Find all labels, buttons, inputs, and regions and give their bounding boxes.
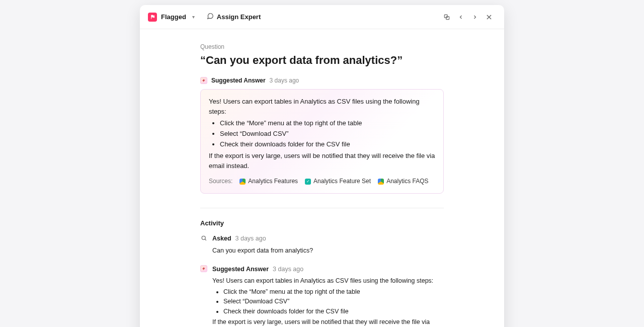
status-label: Flagged bbox=[161, 13, 186, 21]
check-icon: ✓ bbox=[305, 179, 311, 185]
bolt-icon bbox=[200, 265, 207, 272]
activity-title: Activity bbox=[200, 219, 444, 227]
answer-outro: If the export is very large, users will … bbox=[209, 151, 435, 172]
question-eyebrow: Question bbox=[200, 43, 444, 50]
activity-item-asked: Asked 3 days ago Can you export data fro… bbox=[200, 234, 444, 256]
suggested-answer-timestamp: 3 days ago bbox=[270, 77, 299, 84]
assign-expert-label: Assign Expert bbox=[217, 13, 261, 21]
suggested-answer-label: Suggested Answer bbox=[211, 77, 266, 84]
suggested-answer-header: Suggested Answer 3 days ago bbox=[200, 77, 444, 84]
activity-timestamp: 3 days ago bbox=[235, 234, 266, 243]
detail-panel: Flagged ▾ Assign Expert Question “Can yo… bbox=[140, 5, 504, 327]
search-icon bbox=[200, 234, 207, 241]
activity-item-suggested: Suggested Answer 3 days ago Yes! Users c… bbox=[200, 265, 444, 327]
source-link[interactable]: Analytics FAQS bbox=[378, 177, 428, 186]
answer-step: Select “Download CSV” bbox=[220, 129, 435, 139]
assign-expert-button[interactable]: Assign Expert bbox=[207, 13, 261, 22]
expand-button[interactable] bbox=[440, 10, 454, 24]
question-headline: “Can you export data from analytics?” bbox=[200, 53, 444, 68]
bolt-icon bbox=[200, 77, 207, 84]
activity-answer-intro: Yes! Users can export tables in Analytic… bbox=[212, 276, 444, 286]
drive-icon bbox=[378, 179, 384, 185]
prev-button[interactable] bbox=[454, 10, 468, 24]
activity-answer-outro: If the export is very large, users will … bbox=[212, 317, 444, 327]
source-name: Analytics FAQS bbox=[386, 177, 428, 186]
answer-step: Check their downloads folder for the CSV… bbox=[220, 139, 435, 150]
close-button[interactable] bbox=[482, 10, 496, 24]
source-link[interactable]: ✓ Analytics Feature Set bbox=[305, 177, 371, 186]
drive-icon bbox=[239, 179, 246, 185]
chevron-down-icon: ▾ bbox=[192, 14, 195, 20]
answer-step: Click the “More” menu at the top right o… bbox=[220, 118, 435, 129]
activity-text: Can you export data from analytics? bbox=[212, 246, 313, 256]
content-area: Question “Can you export data from analy… bbox=[140, 29, 504, 327]
section-divider bbox=[200, 208, 444, 208]
chat-assign-icon bbox=[207, 13, 214, 22]
topbar: Flagged ▾ Assign Expert bbox=[140, 5, 504, 29]
source-name: Analytics Features bbox=[248, 177, 298, 186]
suggested-answer-card: Yes! Users can export tables in Analytic… bbox=[200, 89, 444, 194]
activity-steps-list: Click the “More” menu at the top right o… bbox=[212, 287, 444, 316]
activity-timestamp: 3 days ago bbox=[273, 265, 303, 274]
source-link[interactable]: Analytics Features bbox=[239, 177, 298, 186]
answer-intro: Yes! Users can export tables in Analytic… bbox=[209, 97, 435, 118]
status-dropdown[interactable]: Flagged ▾ bbox=[148, 13, 195, 22]
svg-point-4 bbox=[202, 236, 205, 239]
flag-icon bbox=[148, 13, 157, 22]
answer-steps-list: Click the “More” menu at the top right o… bbox=[209, 118, 435, 149]
source-name: Analytics Feature Set bbox=[313, 177, 371, 186]
activity-label: Asked bbox=[212, 234, 231, 243]
activity-step: Click the “More” menu at the top right o… bbox=[223, 287, 444, 297]
svg-line-5 bbox=[205, 239, 206, 240]
sources-label: Sources: bbox=[209, 177, 232, 186]
next-button[interactable] bbox=[468, 10, 482, 24]
activity-step: Check their downloads folder for the CSV… bbox=[223, 307, 444, 316]
activity-step: Select “Download CSV” bbox=[223, 297, 444, 306]
sources-row: Sources: Analytics Features ✓ Analytics … bbox=[209, 177, 435, 186]
activity-label: Suggested Answer bbox=[212, 265, 269, 274]
